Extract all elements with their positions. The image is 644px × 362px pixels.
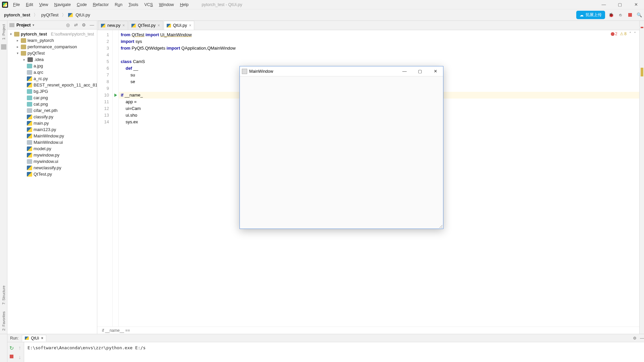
tree-folder[interactable]: pyQtTest bbox=[28, 51, 45, 56]
down-icon[interactable]: ↓ bbox=[18, 354, 21, 360]
menu-refactor[interactable]: Refactor bbox=[90, 0, 112, 9]
window-title: pytorch_test - QtUi.py bbox=[192, 2, 596, 7]
tree-file[interactable]: mywindow.py bbox=[34, 153, 59, 158]
menu-tools[interactable]: Tools bbox=[125, 0, 141, 9]
tree-folder[interactable]: learn_pytorch bbox=[28, 38, 54, 43]
tree-file[interactable]: cat.png bbox=[34, 102, 48, 107]
tree-file[interactable]: MainWindow.py bbox=[34, 133, 64, 138]
nav-attach-icon[interactable]: ⎋ bbox=[617, 11, 624, 19]
breadcrumb-root[interactable]: pytorch_test bbox=[3, 12, 32, 18]
cloud-upload-label: 拓展上传 bbox=[586, 12, 602, 18]
tree-file[interactable]: mywindow.ui bbox=[34, 159, 58, 164]
run-tabs: Run: QtUi × ⚙ — bbox=[7, 334, 644, 342]
tree-file[interactable]: BEST_resnet_epoch_11_acc_81.2.p bbox=[34, 82, 97, 87]
left-toolwindow-stripe: 1: Project 7: Structure 2: Favorites bbox=[0, 21, 7, 334]
stop-button[interactable] bbox=[10, 355, 13, 358]
project-header-title[interactable]: Project bbox=[16, 23, 31, 27]
qt-minimize-button[interactable]: — bbox=[397, 69, 412, 74]
chevron-down-icon[interactable]: ˅ bbox=[634, 32, 636, 36]
qt-app-icon bbox=[242, 69, 247, 74]
error-icon bbox=[611, 32, 614, 36]
window-close-button[interactable]: ✕ bbox=[628, 0, 644, 9]
tree-file[interactable]: main123.py bbox=[34, 127, 56, 132]
chevron-up-icon[interactable]: ˄ bbox=[629, 32, 631, 36]
project-settings-icon[interactable]: ⚙ bbox=[81, 22, 87, 27]
close-icon[interactable]: × bbox=[41, 336, 43, 341]
tree-folder[interactable]: .idea bbox=[34, 57, 44, 62]
tree-folder[interactable]: performance_comparison bbox=[28, 44, 77, 49]
window-maximize-button[interactable]: ▢ bbox=[612, 0, 628, 9]
menu-run[interactable]: Run bbox=[112, 0, 125, 9]
nav-stop-button[interactable] bbox=[626, 11, 634, 19]
menu-navigate[interactable]: Navigate bbox=[51, 0, 74, 9]
nav-search-button[interactable]: 🔍 bbox=[636, 11, 643, 19]
tree-file[interactable]: classify.py bbox=[34, 114, 53, 119]
run-hide-icon[interactable]: — bbox=[640, 336, 644, 341]
editor-context-breadcrumb[interactable]: if __name__ == bbox=[97, 326, 639, 334]
tree-file[interactable]: main.py bbox=[34, 121, 49, 126]
tree-file[interactable]: car.png bbox=[34, 95, 48, 100]
up-icon[interactable]: ↑ bbox=[18, 345, 21, 351]
qt-close-button[interactable]: ✕ bbox=[428, 69, 443, 74]
breadcrumb-file[interactable]: QtUi.py bbox=[74, 12, 91, 18]
menu-vcs[interactable]: VCS bbox=[141, 0, 156, 9]
tree-file[interactable]: cifar_net.pth bbox=[34, 108, 58, 113]
tree-file[interactable]: a_rc.py bbox=[34, 76, 48, 81]
tree-file[interactable]: a.qrc bbox=[34, 70, 43, 75]
qt-maximize-button[interactable]: ▢ bbox=[412, 69, 428, 74]
menu-window[interactable]: Window bbox=[156, 0, 177, 9]
editor-area: new.py× QtTest.py× QtUi.py× 2 ⚠8 ˄ ˅ 123… bbox=[97, 21, 639, 334]
run-console-output[interactable]: E:\software\Anaconda\envs\zzr\python.exe… bbox=[24, 342, 644, 362]
breadcrumb: pytorch_test 〉 pyQtTest 〉 QtUi.py bbox=[0, 12, 92, 18]
nav-bug-icon[interactable]: 🐞 bbox=[607, 11, 615, 19]
menu-file[interactable]: File bbox=[10, 0, 23, 9]
breadcrumb-folder[interactable]: pyQtTest bbox=[40, 12, 60, 18]
pycharm-logo-icon bbox=[2, 2, 8, 8]
rerun-button[interactable]: ↻ bbox=[9, 345, 14, 351]
dropdown-icon[interactable]: ▾ bbox=[33, 23, 34, 27]
qt-client-area[interactable] bbox=[240, 76, 443, 229]
menu-code[interactable]: Code bbox=[74, 0, 90, 9]
close-icon[interactable]: × bbox=[122, 23, 125, 28]
menu-view[interactable]: View bbox=[36, 0, 51, 9]
project-locate-icon[interactable]: ◎ bbox=[65, 22, 71, 27]
stripe-icon[interactable] bbox=[1, 44, 6, 50]
stripe-structure[interactable]: 7: Structure bbox=[1, 282, 6, 308]
tree-file[interactable]: model.py bbox=[34, 146, 51, 151]
run-config-tab[interactable]: QtUi × bbox=[22, 335, 46, 342]
run-settings-icon[interactable]: ⚙ bbox=[633, 336, 637, 341]
tree-file[interactable]: MainWindow.ui bbox=[34, 140, 63, 145]
close-icon[interactable]: × bbox=[189, 23, 191, 28]
error-marker[interactable] bbox=[641, 27, 643, 28]
resize-grip-icon[interactable] bbox=[438, 224, 442, 228]
tab-qttest-py[interactable]: QtTest.py× bbox=[128, 21, 163, 30]
project-hide-icon[interactable]: — bbox=[89, 22, 95, 27]
tab-label: new.py bbox=[107, 23, 120, 28]
tree-file[interactable]: bg.JPG bbox=[34, 89, 48, 94]
tab-qtui-py[interactable]: QtUi.py× bbox=[164, 21, 195, 30]
inspection-widget[interactable]: 2 ⚠8 ˄ ˅ bbox=[611, 32, 636, 36]
tree-root-name[interactable]: pytorch_test bbox=[21, 32, 47, 37]
qt-main-window[interactable]: MainWindow — ▢ ✕ bbox=[239, 66, 443, 229]
line-number-gutter: 1234567891011121314 bbox=[97, 30, 113, 326]
python-file-icon bbox=[68, 13, 73, 17]
gutter-icons bbox=[113, 30, 119, 326]
close-icon[interactable]: × bbox=[158, 23, 160, 28]
stripe-project[interactable]: 1: Project bbox=[1, 21, 6, 43]
cloud-upload-pill[interactable]: ☁ 拓展上传 bbox=[576, 11, 605, 19]
tab-new-py[interactable]: new.py× bbox=[98, 21, 128, 30]
qt-titlebar[interactable]: MainWindow — ▢ ✕ bbox=[240, 66, 443, 76]
error-stripe[interactable] bbox=[639, 21, 644, 334]
warning-marker[interactable] bbox=[641, 68, 643, 76]
tree-file[interactable]: newclassify.py bbox=[34, 165, 61, 170]
project-tree[interactable]: ▾ pytorch_test E:\software\pytorch_test … bbox=[7, 29, 97, 334]
menu-help[interactable]: Help bbox=[177, 0, 192, 9]
stripe-favorites[interactable]: 2: Favorites bbox=[1, 308, 6, 334]
window-minimize-button[interactable]: — bbox=[596, 0, 612, 9]
tree-file[interactable]: QtTest.py bbox=[34, 172, 52, 177]
run-label: Run: bbox=[10, 336, 18, 341]
tree-file[interactable]: a.jpg bbox=[34, 63, 43, 68]
run-gutter-icon[interactable] bbox=[114, 94, 117, 97]
menu-edit[interactable]: Edit bbox=[23, 0, 36, 9]
project-collapse-icon[interactable]: ⇄ bbox=[73, 22, 79, 27]
